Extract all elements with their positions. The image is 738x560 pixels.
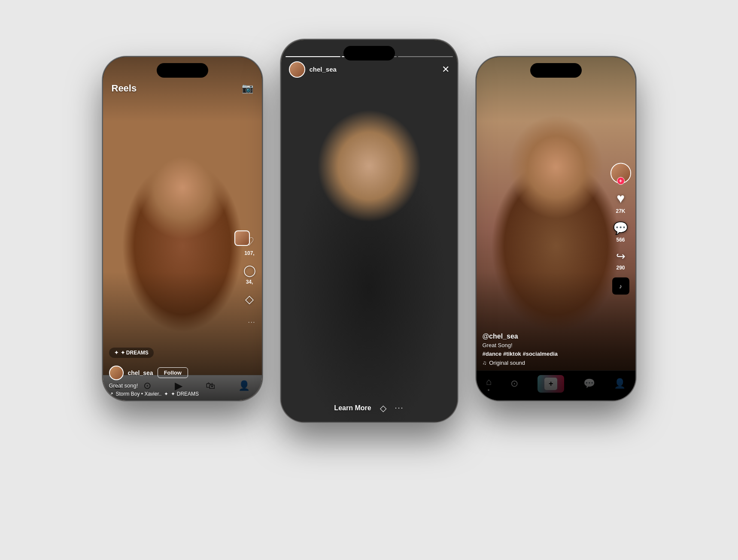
left-bottom-panel: ✦ ✦ DREAMS chel_sea Follow Great song! ↗… bbox=[103, 348, 262, 400]
tiktok-comment-button[interactable]: 💬 566 bbox=[613, 221, 628, 242]
user-row: chel_sea Follow bbox=[109, 366, 256, 380]
tiktok-share-icon: ↪ bbox=[616, 249, 626, 263]
music-track: Storm Boy • Xavier.. bbox=[116, 391, 162, 397]
music-arrow-icon: ↗ bbox=[109, 391, 113, 397]
follow-plus-badge: + bbox=[617, 177, 625, 185]
left-actions-panel: ♡ 107, ◯ 34, ◇ bbox=[243, 235, 256, 306]
comment-button[interactable]: ◯ 34, bbox=[243, 264, 256, 285]
tiktok-user-avatar[interactable]: + bbox=[610, 163, 631, 183]
story-avatar-img bbox=[290, 62, 304, 77]
story-bottom-panel: Learn More ◇ ··· bbox=[281, 403, 457, 413]
username-label: chel_sea bbox=[128, 369, 153, 376]
music-info: ↗ Storm Boy • Xavier.. ✦ ✦ DREAMS bbox=[109, 391, 256, 397]
story-header: chel_sea ✕ bbox=[281, 61, 457, 78]
follow-button[interactable]: Follow bbox=[158, 367, 188, 378]
progress-bar-1 bbox=[285, 56, 340, 58]
send-icon: ◇ bbox=[245, 293, 254, 306]
tiktok-comment-icon: 💬 bbox=[613, 221, 628, 235]
tiktok-logo-icon: ♪ bbox=[612, 277, 629, 294]
music-thumbnail bbox=[234, 230, 250, 246]
tiktok-caption: Great Song! bbox=[483, 342, 605, 348]
more-options-button[interactable]: ··· bbox=[248, 318, 256, 325]
story-user-info[interactable]: chel_sea bbox=[289, 61, 337, 78]
music-tag2-text: ✦ DREAMS bbox=[171, 391, 199, 397]
story-avatar bbox=[289, 61, 305, 78]
user-avatar[interactable] bbox=[109, 366, 124, 380]
story-close-button[interactable]: ✕ bbox=[442, 64, 449, 75]
tiktok-like-count: 27K bbox=[616, 208, 625, 214]
avatar-image bbox=[110, 366, 123, 379]
music-tag2: ✦ bbox=[164, 391, 168, 397]
camera-icon[interactable]: 📷 bbox=[242, 83, 253, 94]
phone-right: + ♥ 27K 💬 566 ↪ 290 ♪ bbox=[477, 57, 635, 400]
music-tag: ✦ ✦ DREAMS bbox=[109, 348, 154, 358]
like-count: 107, bbox=[244, 250, 254, 256]
tiktok-comment-count: 566 bbox=[616, 236, 625, 242]
story-more-button[interactable]: ··· bbox=[395, 403, 404, 412]
left-dynamic-island bbox=[157, 63, 208, 78]
send-button[interactable]: ◇ bbox=[245, 293, 254, 306]
tiktok-actions-panel: + ♥ 27K 💬 566 ↪ 290 ♪ bbox=[610, 163, 631, 294]
caption-text: Great song! bbox=[109, 382, 256, 389]
sound-music-icon: ♫ bbox=[483, 360, 487, 366]
center-dynamic-island bbox=[343, 46, 395, 61]
tiktok-heart-icon: ♥ bbox=[617, 190, 625, 206]
story-username: chel_sea bbox=[310, 66, 337, 73]
sound-text: Original sound bbox=[489, 360, 525, 366]
tiktok-share-count: 290 bbox=[616, 264, 625, 270]
tiktok-hashtags: #dance #tiktok #socialmedia bbox=[483, 351, 605, 357]
story-send-button[interactable]: ◇ bbox=[380, 403, 386, 413]
music-tag-text: ✦ DREAMS bbox=[121, 350, 149, 356]
learn-more-button[interactable]: Learn More bbox=[334, 404, 371, 412]
tiktok-share-button[interactable]: ↪ 290 bbox=[616, 249, 626, 270]
center-video-bg bbox=[281, 40, 457, 422]
reels-title: Reels bbox=[112, 83, 137, 94]
tiktok-sound-info: ♫ Original sound bbox=[483, 360, 605, 366]
music-tag-icon: ✦ bbox=[114, 350, 118, 356]
phone-left: Reels 📷 ♡ 107, ◯ 34, ◇ ··· bbox=[103, 57, 262, 400]
comment-icon: ◯ bbox=[243, 264, 256, 277]
tiktok-logo-button[interactable]: ♪ bbox=[612, 277, 629, 294]
tiktok-like-button[interactable]: ♥ 27K bbox=[616, 190, 625, 214]
right-dynamic-island bbox=[530, 63, 582, 78]
comment-count: 34, bbox=[246, 279, 253, 285]
progress-bar-3 bbox=[398, 56, 453, 58]
phone-center: chel_sea ✕ Learn More ◇ ··· bbox=[281, 40, 457, 422]
tiktok-bottom-content: @chel_sea Great Song! #dance #tiktok #so… bbox=[483, 333, 605, 366]
reels-header: Reels 📷 bbox=[103, 83, 262, 94]
tiktok-handle: @chel_sea bbox=[483, 333, 605, 340]
